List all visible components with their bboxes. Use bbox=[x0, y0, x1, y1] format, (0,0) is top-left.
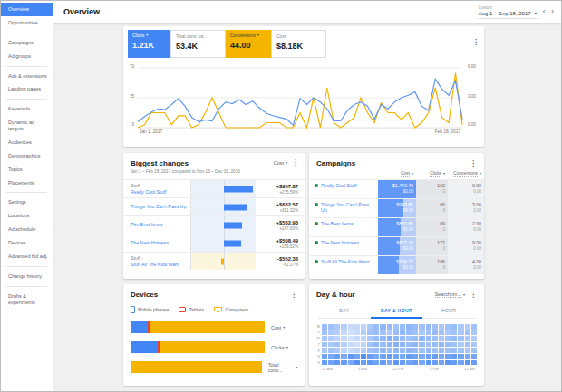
heatmap-cell bbox=[334, 324, 340, 330]
heatmap-cell bbox=[412, 354, 418, 359]
campaign-link[interactable]: The Best Items bbox=[123, 222, 190, 227]
cost-value: $850.85 bbox=[378, 221, 413, 226]
sidebar-item-dynamic-ad-targets[interactable]: Dynamic ad targets bbox=[1, 116, 53, 136]
sidebar-item-audiences[interactable]: Audiences bbox=[1, 136, 53, 149]
change-percent: +391.32% bbox=[256, 208, 298, 213]
campaign-link[interactable]: The Best Items bbox=[309, 218, 378, 236]
sidebar-item-label: Audiences bbox=[8, 139, 32, 145]
change-amount: +$632.57 bbox=[256, 202, 298, 207]
metric-chip-clicks[interactable]: Clicks▾ 1.21K bbox=[128, 30, 170, 58]
sidebar-item-ad-groups[interactable]: Ad groups bbox=[1, 50, 53, 63]
day-hour-card: Day & hour Search im...▾ ⋮ DAY DAY & HOU… bbox=[309, 284, 484, 386]
heatmap-cell bbox=[445, 348, 451, 353]
sidebar-item-opportunities[interactable]: Opportunities bbox=[1, 16, 53, 30]
column-header-conversions[interactable]: Conversions▾ bbox=[448, 171, 484, 177]
campaign-link[interactable]: The New Hotness bbox=[123, 240, 190, 245]
campaign-link[interactable]: Things You Can't Pass Up bbox=[123, 204, 190, 209]
kebab-menu-icon[interactable]: ⋮ bbox=[290, 292, 297, 299]
sidebar-item-ads-extensions[interactable]: Ads & extensions bbox=[1, 70, 53, 83]
campaign-link[interactable]: Things You Can't Pass Up bbox=[309, 199, 378, 217]
heatmap-cell bbox=[419, 348, 424, 353]
kebab-menu-icon[interactable]: ⋮ bbox=[292, 159, 299, 167]
heatmap-cell bbox=[465, 360, 470, 366]
chevron-down-icon: ▾ bbox=[283, 326, 285, 330]
heatmap-cell bbox=[373, 330, 379, 336]
heatmap-cell bbox=[348, 324, 354, 330]
kebab-menu-icon[interactable]: ⋮ bbox=[472, 39, 480, 46]
heatmap-cell bbox=[348, 330, 354, 336]
kebab-menu-icon[interactable]: ⋮ bbox=[470, 292, 477, 299]
metric-selector[interactable]: Search im...▾ bbox=[435, 292, 465, 298]
heatmap-cell bbox=[334, 354, 340, 359]
change-percent: +159.52% bbox=[256, 244, 298, 249]
metric-chip-total-conv-value[interactable]: Total conv. va... 53.4K bbox=[170, 30, 226, 58]
cost-cell: $827.26$0.00 bbox=[378, 237, 416, 255]
day-label: S bbox=[315, 354, 320, 359]
sidebar-item-placements[interactable]: Placements bbox=[1, 177, 53, 190]
campaign-link[interactable]: Stuff -Really Cool Stuff bbox=[123, 183, 190, 195]
heatmap-cell bbox=[439, 360, 444, 366]
device-bar-row: Clicks▾ bbox=[131, 341, 297, 353]
sidebar-item-advanced-bid-adj[interactable]: Advanced bid adj. bbox=[1, 250, 53, 263]
change-percent: +167.63% bbox=[256, 226, 298, 231]
metric-chip-conversions[interactable]: Conversions▾ 44.00 bbox=[226, 30, 271, 58]
date-range-type-label: Custom bbox=[479, 5, 493, 10]
sidebar-item-landing-pages[interactable]: Landing pages bbox=[1, 82, 53, 96]
sidebar-item-demographics[interactable]: Demographics bbox=[1, 149, 53, 163]
sidebar-item-overview[interactable]: Overview bbox=[1, 3, 53, 16]
device-bar-segment bbox=[131, 341, 158, 353]
sidebar-item-change-history[interactable]: Change history bbox=[1, 270, 53, 283]
device-bar-row: Total conv...▾ bbox=[131, 361, 297, 373]
sidebar-item-devices[interactable]: Devices bbox=[1, 236, 53, 250]
tab-day-and-hour[interactable]: DAY & HOUR bbox=[371, 305, 423, 319]
heatmap-cell bbox=[458, 342, 463, 348]
metric-selector[interactable]: Total conv...▾ bbox=[268, 362, 297, 373]
metric-selector[interactable]: Clicks▾ bbox=[271, 345, 288, 350]
date-next-icon[interactable]: › bbox=[551, 8, 554, 15]
tab-hour[interactable]: HOUR bbox=[422, 305, 475, 318]
sidebar-item-campaigns[interactable]: Campaigns bbox=[1, 36, 53, 50]
sidebar-item-topics[interactable]: Topics bbox=[1, 163, 53, 177]
metric-selector[interactable]: Cost▾ bbox=[271, 325, 285, 330]
hour-label: 6 AM bbox=[358, 367, 367, 371]
status-enabled-icon bbox=[315, 203, 318, 206]
sidebar-item-keywords[interactable]: Keywords bbox=[1, 102, 53, 116]
device-bar-segment bbox=[131, 361, 261, 373]
campaign-link[interactable]: Really Cool Stuff bbox=[309, 180, 378, 198]
cost-cell: $850.85$0.00 bbox=[378, 218, 416, 236]
sidebar-item-ad-schedule[interactable]: Ad schedule bbox=[1, 223, 53, 236]
date-prev-icon[interactable]: ‹ bbox=[543, 8, 546, 15]
heatmap-cell bbox=[334, 336, 340, 341]
sidebar-item-locations[interactable]: Locations bbox=[1, 209, 53, 223]
metric-chip-cost[interactable]: Cost $8.18K bbox=[271, 30, 326, 58]
campaign-link[interactable]: Stuff All The Kids Want bbox=[309, 256, 378, 274]
date-range-value[interactable]: Aug 1 – Sep 18, 2017 ▾ bbox=[479, 11, 537, 19]
metric-value: 44.00 bbox=[230, 41, 266, 50]
heatmap-cell bbox=[419, 336, 424, 341]
day-label: S bbox=[315, 360, 320, 365]
column-header-clicks[interactable]: Clicks▾ bbox=[416, 171, 448, 177]
sidebar-item-settings[interactable]: Settings bbox=[1, 196, 53, 209]
sidebar-item-label: Keywords bbox=[8, 106, 30, 111]
kebab-menu-icon[interactable]: ⋮ bbox=[470, 160, 477, 167]
sidebar-item-label: Drafts & experiments bbox=[8, 293, 35, 305]
heatmap-cell bbox=[471, 348, 477, 353]
tab-day[interactable]: DAY bbox=[318, 305, 371, 318]
heatmap-cell bbox=[380, 330, 385, 336]
column-header-campaign bbox=[309, 171, 378, 177]
change-percent: +235.59% bbox=[256, 190, 298, 195]
heatmap-cell bbox=[439, 336, 444, 341]
campaign-link[interactable]: The New Hotness bbox=[309, 237, 378, 255]
status-enabled-icon bbox=[315, 241, 318, 244]
sidebar-item-label: Topics bbox=[8, 167, 23, 172]
device-bar-segment bbox=[160, 341, 265, 353]
heatmap-cell bbox=[458, 360, 463, 366]
table-row: Things You Can't Pass Up +$632.57+391.32… bbox=[123, 197, 305, 215]
column-header-cost[interactable]: Cost▾ bbox=[378, 171, 416, 177]
campaign-link[interactable]: Stuff -Stuff All The Kids Want bbox=[123, 255, 190, 267]
campaign-name: Stuff All The Kids Want bbox=[131, 262, 179, 267]
heatmap-cell bbox=[367, 324, 373, 330]
metric-selector[interactable]: Cost▾ bbox=[274, 160, 287, 166]
heatmap-cell bbox=[451, 330, 457, 336]
sidebar-item-drafts-experiments[interactable]: Drafts & experiments bbox=[1, 290, 53, 310]
